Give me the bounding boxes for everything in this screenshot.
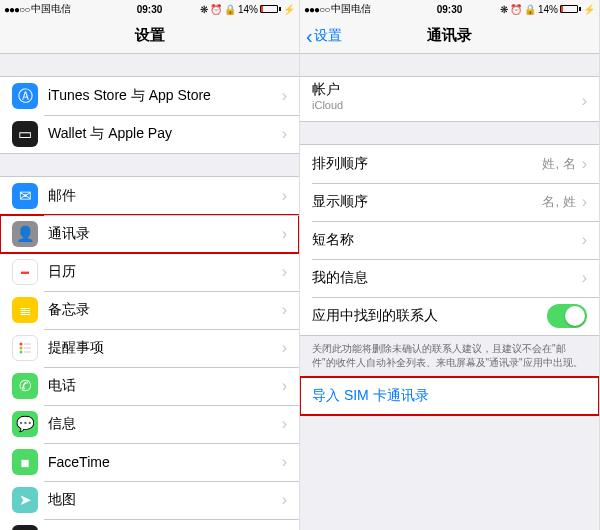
status-bar: ●●●○○ 中国电信 09:30 ❋ ⏰ 🔒 14% ⚡ (0, 0, 299, 18)
alarm-icon: ⏰ (210, 4, 222, 15)
row-found-in-apps[interactable]: 应用中找到的联系人 (300, 297, 599, 335)
row-itunes-appstore[interactable]: Ⓐ iTunes Store 与 App Store › (0, 77, 299, 115)
row-account[interactable]: 帐户 iCloud › (300, 77, 599, 121)
charging-icon: ⚡ (583, 4, 595, 15)
row-sort-order[interactable]: 排列顺序 姓, 名 › (300, 145, 599, 183)
row-label: 短名称 (312, 231, 582, 249)
row-label: 日历 (48, 263, 282, 281)
settings-list[interactable]: Ⓐ iTunes Store 与 App Store › ▭ Wallet 与 … (0, 54, 299, 530)
row-label: 邮件 (48, 187, 282, 205)
row-label: 通讯录 (48, 225, 282, 243)
chevron-right-icon: › (282, 415, 287, 433)
row-label: 排列顺序 (312, 155, 542, 173)
row-mail[interactable]: ✉ 邮件 › (0, 177, 299, 215)
chevron-right-icon: › (282, 225, 287, 243)
contacts-icon: 👤 (12, 221, 38, 247)
navbar: ‹ 设置 通讯录 (300, 18, 599, 54)
page-title: 通讯录 (427, 26, 472, 45)
chevron-right-icon: › (282, 125, 287, 143)
carrier: 中国电信 (31, 2, 71, 16)
contacts-settings-list[interactable]: 帐户 iCloud › 排列顺序 姓, 名 › 显示顺序 名, 姓 › 短名称 … (300, 54, 599, 530)
maps-icon: ➤ (12, 487, 38, 513)
row-import-sim[interactable]: 导入 SIM 卡通讯录 (300, 377, 599, 415)
calendar-icon: ▬ (12, 259, 38, 285)
navbar: 设置 (0, 18, 299, 54)
row-detail: 姓, 名 (542, 155, 575, 173)
chevron-right-icon: › (582, 231, 587, 249)
battery-pct: 14% (538, 4, 558, 15)
row-reminders[interactable]: 提醒事项 › (0, 329, 299, 367)
chevron-right-icon: › (582, 92, 587, 110)
battery-pct: 14% (238, 4, 258, 15)
chevron-right-icon: › (282, 453, 287, 471)
appstore-icon: Ⓐ (12, 83, 38, 109)
row-compass[interactable]: ✦ 指南针 › (0, 519, 299, 530)
footnote: 关闭此功能将删除未确认的联系人建议，且建议不会在"邮件"的收件人自动补全列表、来… (300, 336, 599, 376)
row-maps[interactable]: ➤ 地图 › (0, 481, 299, 519)
row-detail: 名, 姓 (542, 193, 575, 211)
row-wallet[interactable]: ▭ Wallet 与 Apple Pay › (0, 115, 299, 153)
chevron-right-icon: › (282, 301, 287, 319)
chevron-right-icon: › (282, 377, 287, 395)
svg-point-1 (20, 347, 23, 350)
status-bar: ●●●○○ 中国电信 09:30 ❋ ⏰ 🔒 14% ⚡ (300, 0, 599, 18)
back-button[interactable]: ‹ 设置 (306, 26, 342, 46)
row-label: 提醒事项 (48, 339, 282, 357)
messages-icon: 💬 (12, 411, 38, 437)
notes-icon: ≣ (12, 297, 38, 323)
mail-icon: ✉ (12, 183, 38, 209)
compass-icon: ✦ (12, 525, 38, 530)
chevron-right-icon: › (282, 187, 287, 205)
row-messages[interactable]: 💬 信息 › (0, 405, 299, 443)
page-title: 设置 (135, 26, 165, 45)
reminders-icon (12, 335, 38, 361)
loading-icon: ❋ (200, 4, 208, 15)
loading-icon: ❋ (500, 4, 508, 15)
chevron-left-icon: ‹ (306, 26, 313, 46)
row-label: 地图 (48, 491, 282, 509)
row-label: Wallet 与 Apple Pay (48, 125, 282, 143)
signal-icon: ●●●○○ (304, 4, 329, 15)
row-label: 信息 (48, 415, 282, 433)
row-label: 导入 SIM 卡通讯录 (312, 387, 587, 405)
lock-icon: 🔒 (524, 4, 536, 15)
back-label: 设置 (314, 27, 342, 45)
row-phone[interactable]: ✆ 电话 › (0, 367, 299, 405)
phone-icon: ✆ (12, 373, 38, 399)
row-label: iTunes Store 与 App Store (48, 87, 282, 105)
chevron-right-icon: › (282, 263, 287, 281)
row-my-info[interactable]: 我的信息 › (300, 259, 599, 297)
row-display-order[interactable]: 显示顺序 名, 姓 › (300, 183, 599, 221)
row-contacts[interactable]: 👤 通讯录 › (0, 215, 299, 253)
signal-icon: ●●●○○ (4, 4, 29, 15)
battery-icon (560, 5, 581, 13)
chevron-right-icon: › (582, 155, 587, 173)
row-label: 我的信息 (312, 269, 582, 287)
row-label: 应用中找到的联系人 (312, 307, 547, 325)
row-label: 帐户 (312, 81, 582, 99)
row-calendar[interactable]: ▬ 日历 › (0, 253, 299, 291)
facetime-icon: ■ (12, 449, 38, 475)
row-label: 电话 (48, 377, 282, 395)
chevron-right-icon: › (282, 339, 287, 357)
chevron-right-icon: › (282, 491, 287, 509)
svg-point-0 (20, 343, 23, 346)
row-label: 显示顺序 (312, 193, 542, 211)
row-label: 备忘录 (48, 301, 282, 319)
chevron-right-icon: › (582, 269, 587, 287)
row-notes[interactable]: ≣ 备忘录 › (0, 291, 299, 329)
chevron-right-icon: › (582, 193, 587, 211)
found-toggle[interactable] (547, 304, 587, 328)
contacts-settings-screen: ●●●○○ 中国电信 09:30 ❋ ⏰ 🔒 14% ⚡ ‹ 设置 通讯录 (300, 0, 600, 530)
carrier: 中国电信 (331, 2, 371, 16)
lock-icon: 🔒 (224, 4, 236, 15)
settings-screen: ●●●○○ 中国电信 09:30 ❋ ⏰ 🔒 14% ⚡ 设置 Ⓐ iTunes… (0, 0, 300, 530)
charging-icon: ⚡ (283, 4, 295, 15)
row-short-name[interactable]: 短名称 › (300, 221, 599, 259)
row-facetime[interactable]: ■ FaceTime › (0, 443, 299, 481)
wallet-icon: ▭ (12, 121, 38, 147)
row-label: FaceTime (48, 454, 282, 470)
chevron-right-icon: › (282, 87, 287, 105)
alarm-icon: ⏰ (510, 4, 522, 15)
svg-point-2 (20, 351, 23, 354)
